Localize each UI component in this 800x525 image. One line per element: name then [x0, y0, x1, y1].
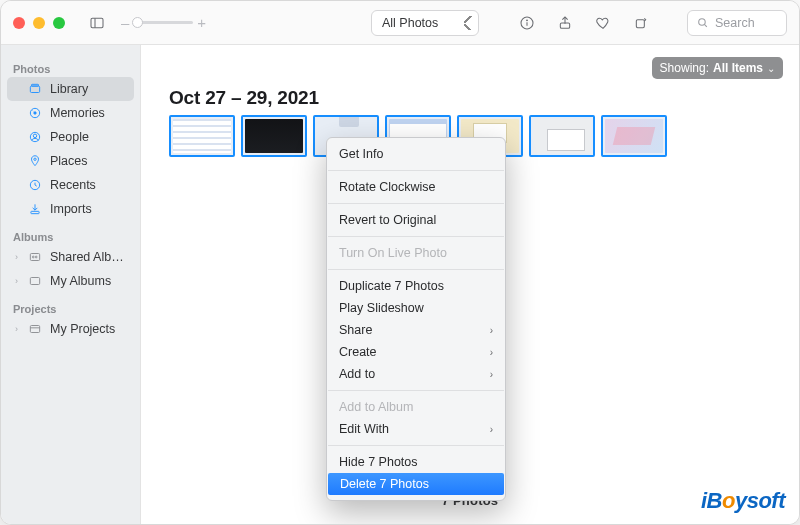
context-menu: Get Info Rotate Clockwise Revert to Orig… [326, 137, 506, 501]
menu-item-revert[interactable]: Revert to Original [327, 209, 505, 231]
sidebar-item-my-projects[interactable]: › My Projects [7, 317, 134, 341]
watermark: iBoysoft [701, 488, 785, 514]
submenu-arrow-icon: › [490, 369, 493, 380]
sidebar-item-people[interactable]: People [7, 125, 134, 149]
svg-point-7 [699, 19, 706, 25]
menu-item-get-info[interactable]: Get Info [327, 143, 505, 165]
zoom-out-icon: – [121, 14, 129, 31]
svg-rect-5 [560, 23, 569, 28]
menu-item-add-to[interactable]: Add to› [327, 363, 505, 385]
menu-item-delete[interactable]: Delete 7 Photos [328, 473, 504, 495]
minimize-window-button[interactable] [33, 17, 45, 29]
menu-separator [328, 203, 504, 204]
recents-icon [27, 177, 43, 193]
svg-line-13 [33, 111, 34, 112]
search-icon [696, 16, 709, 29]
menu-separator [328, 390, 504, 391]
svg-rect-18 [31, 211, 39, 213]
svg-point-4 [527, 19, 528, 20]
search-placeholder: Search [715, 16, 755, 30]
photo-thumbnail[interactable] [169, 115, 235, 157]
photo-thumbnail[interactable] [529, 115, 595, 157]
svg-line-8 [704, 24, 706, 26]
close-window-button[interactable] [13, 17, 25, 29]
svg-point-15 [33, 134, 37, 138]
svg-point-12 [34, 112, 36, 114]
menu-item-add-to-album: Add to Album [327, 396, 505, 418]
sidebar-item-shared-albums[interactable]: › Shared Alb… [7, 245, 134, 269]
svg-rect-9 [30, 86, 39, 92]
search-input[interactable]: Search [687, 10, 787, 36]
fullscreen-window-button[interactable] [53, 17, 65, 29]
sidebar-item-my-albums[interactable]: › My Albums [7, 269, 134, 293]
svg-rect-6 [636, 19, 644, 27]
showing-filter-pill[interactable]: Showing: All Items ⌄ [652, 57, 783, 79]
content-area: Showing: All Items ⌄ Oct 27 – 29, 2021 G… [141, 45, 799, 524]
menu-item-live-photo: Turn On Live Photo [327, 242, 505, 264]
menu-separator [328, 236, 504, 237]
memories-icon [27, 105, 43, 121]
date-header: Oct 27 – 29, 2021 [169, 87, 319, 109]
photo-thumbnail[interactable] [241, 115, 307, 157]
titlebar: – + All Photos Search [1, 1, 799, 45]
imports-icon [27, 201, 43, 217]
submenu-arrow-icon: › [490, 325, 493, 336]
sidebar-toggle-icon[interactable] [83, 9, 111, 37]
menu-separator [328, 269, 504, 270]
svg-point-21 [35, 256, 37, 258]
submenu-arrow-icon: › [490, 347, 493, 358]
places-icon [27, 153, 43, 169]
menu-item-duplicate[interactable]: Duplicate 7 Photos [327, 275, 505, 297]
menu-separator [328, 170, 504, 171]
showing-label: Showing: [660, 61, 709, 75]
menu-item-slideshow[interactable]: Play Slideshow [327, 297, 505, 319]
rotate-icon[interactable] [627, 9, 655, 37]
svg-rect-23 [30, 326, 39, 333]
svg-point-20 [32, 256, 34, 258]
zoom-in-icon: + [197, 14, 206, 31]
menu-separator [328, 445, 504, 446]
album-icon [27, 273, 43, 289]
favorite-icon[interactable] [589, 9, 617, 37]
library-icon [27, 81, 43, 97]
people-icon [27, 129, 43, 145]
menu-item-create[interactable]: Create› [327, 341, 505, 363]
view-filter-popup[interactable]: All Photos [371, 10, 479, 36]
sidebar-item-places[interactable]: Places [7, 149, 134, 173]
svg-rect-22 [30, 278, 39, 285]
svg-rect-0 [91, 18, 103, 27]
shared-album-icon [27, 249, 43, 265]
sidebar-item-library[interactable]: Library [7, 77, 134, 101]
showing-value: All Items [713, 61, 763, 75]
submenu-arrow-icon: › [490, 424, 493, 435]
sidebar: Photos Library Memories People Places Re… [1, 45, 141, 524]
sidebar-section-photos: Photos [7, 53, 134, 77]
sidebar-item-memories[interactable]: Memories [7, 101, 134, 125]
sidebar-section-projects: Projects [7, 293, 134, 317]
projects-icon [27, 321, 43, 337]
view-filter-label: All Photos [382, 16, 438, 30]
svg-rect-10 [32, 84, 39, 86]
menu-item-share[interactable]: Share› [327, 319, 505, 341]
photo-thumbnail[interactable] [601, 115, 667, 157]
svg-point-16 [34, 158, 36, 160]
menu-item-hide[interactable]: Hide 7 Photos [327, 451, 505, 473]
sidebar-section-albums: Albums [7, 221, 134, 245]
window-controls [13, 17, 65, 29]
sidebar-item-recents[interactable]: Recents [7, 173, 134, 197]
info-icon[interactable] [513, 9, 541, 37]
sidebar-item-imports[interactable]: Imports [7, 197, 134, 221]
share-icon[interactable] [551, 9, 579, 37]
menu-item-rotate[interactable]: Rotate Clockwise [327, 176, 505, 198]
chevron-down-icon: ⌄ [767, 63, 775, 74]
thumbnail-zoom-slider[interactable]: – + [121, 14, 206, 31]
menu-item-edit-with[interactable]: Edit With› [327, 418, 505, 440]
app-window: – + All Photos Search Photos Library [0, 0, 800, 525]
